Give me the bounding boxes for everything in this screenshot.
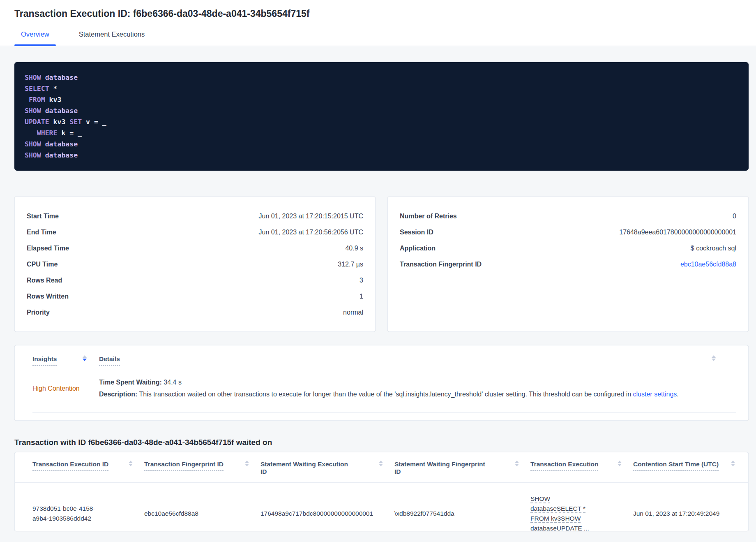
column-header-transaction-fingerprint-id[interactable]: Transaction Fingerprint ID <box>144 461 260 478</box>
sql-statement-box: SHOW database SELECT * FROM kv3 SHOW dat… <box>14 62 749 171</box>
waited-on-table-header: Transaction Execution ID Transaction Fin… <box>15 461 748 478</box>
sql-line: SHOW database <box>25 105 738 116</box>
waiting-value: 34.4 s <box>162 379 182 386</box>
sort-icon[interactable] <box>83 355 87 361</box>
cell-transaction-fingerprint-id: ebc10ae56cfd88a8 <box>144 509 260 519</box>
sort-icon[interactable] <box>379 461 383 466</box>
column-header-statement-waiting-execution-id[interactable]: Statement Waiting Execution ID <box>260 461 394 478</box>
summary-card-right: Number of Retries0 Session ID17648a9eea6… <box>387 197 749 332</box>
sort-icon[interactable] <box>731 461 735 466</box>
insights-card: Insights Details High Contention Time Sp… <box>14 345 749 421</box>
cell-contention-start-time: Jun 01, 2023 at 17:20:49:2049 <box>633 509 736 519</box>
summary-row-elapsed-time: Elapsed Time40.9 s <box>27 240 363 256</box>
summary-row-session-id: Session ID17648a9eea60178000000000000000… <box>400 224 736 240</box>
summary-row-rows-read: Rows Read3 <box>27 272 363 288</box>
summary-row-txn-fingerprint: Transaction Fingerprint IDebc10ae56cfd88… <box>400 256 736 272</box>
description-text: This transaction waited on other transac… <box>137 391 633 398</box>
summary-cards: Start TimeJun 01, 2023 at 17:20:15:2015 … <box>14 197 749 332</box>
sql-line: SELECT * <box>25 83 738 94</box>
summary-row-end-time: End TimeJun 01, 2023 at 17:20:56:2056 UT… <box>27 224 363 240</box>
insight-details: Time Spent Waiting: 34.4 s Description: … <box>99 378 736 398</box>
column-header-transaction-execution[interactable]: Transaction Execution <box>530 461 633 478</box>
sort-icon[interactable] <box>245 461 249 466</box>
waited-on-heading: Transaction with ID f6be6366-da03-48de-a… <box>14 438 749 447</box>
sql-line: WHERE k = _ <box>25 127 738 139</box>
sql-line: UPDATE kv3 SET v = _ <box>25 116 738 127</box>
tab-statement-executions[interactable]: Statement Executions <box>72 30 152 46</box>
cell-statement-waiting-execution-id: 176498a9c717bdc80000000000000001 <box>260 509 394 519</box>
transaction-fingerprint-link[interactable]: ebc10ae56cfd88a8 <box>680 261 736 268</box>
sql-line: SHOW database <box>25 139 738 150</box>
insights-table-header: Insights Details <box>32 355 736 366</box>
description-label: Description: <box>99 391 137 398</box>
summary-row-cpu-time: CPU Time312.7 µs <box>27 256 363 272</box>
insights-column-header[interactable]: Insights <box>32 355 57 366</box>
details-column-header[interactable]: Details <box>99 355 120 366</box>
sql-line: FROM kv3 <box>25 94 738 105</box>
waited-on-table: Transaction Execution ID Transaction Fin… <box>14 452 749 531</box>
sort-icon[interactable] <box>515 461 519 466</box>
sql-line: SHOW database <box>25 72 738 83</box>
table-row: 9738d051-bc0e-4158-a9b4-1903586ddd42 ebc… <box>15 483 748 531</box>
page-title: Transaction Execution ID: f6be6366-da03-… <box>14 8 742 19</box>
insight-row: High Contention Time Spent Waiting: 34.4… <box>32 369 736 409</box>
sort-icon[interactable] <box>129 461 133 466</box>
sort-icon[interactable] <box>712 355 716 361</box>
column-header-transaction-execution-id[interactable]: Transaction Execution ID <box>32 461 144 478</box>
waiting-label: Time Spent Waiting: <box>99 379 162 386</box>
summary-card-left: Start TimeJun 01, 2023 at 17:20:15:2015 … <box>14 197 376 332</box>
summary-row-rows-written: Rows Written1 <box>27 288 363 304</box>
cell-transaction-execution-link[interactable]: SHOW databaseSELECT * FROM kv3SHOW datab… <box>530 494 605 531</box>
summary-row-priority: Prioritynormal <box>27 304 363 320</box>
tab-overview[interactable]: Overview <box>14 30 56 46</box>
insight-type-badge: High Contention <box>32 384 99 393</box>
tab-bar: Overview Statement Executions <box>14 30 742 46</box>
column-header-contention-start-time[interactable]: Contention Start Time (UTC) <box>633 461 736 478</box>
transaction-details-page: Transaction Execution ID: f6be6366-da03-… <box>0 0 756 531</box>
cell-statement-waiting-fingerprint-id: \xdb8922f077541dda <box>394 509 530 519</box>
summary-row-application: Application$ cockroach sql <box>400 240 736 256</box>
summary-row-retries: Number of Retries0 <box>400 208 736 224</box>
sql-line: SHOW database <box>25 150 738 161</box>
column-header-statement-waiting-fingerprint-id[interactable]: Statement Waiting Fingerprint ID <box>394 461 530 478</box>
cell-transaction-execution-id: 9738d051-bc0e-4158-a9b4-1903586ddd42 <box>32 504 119 523</box>
sort-icon[interactable] <box>618 461 622 466</box>
summary-row-start-time: Start TimeJun 01, 2023 at 17:20:15:2015 … <box>27 208 363 224</box>
cluster-settings-link[interactable]: cluster settings <box>633 391 677 398</box>
page-header: Transaction Execution ID: f6be6366-da03-… <box>0 0 756 46</box>
